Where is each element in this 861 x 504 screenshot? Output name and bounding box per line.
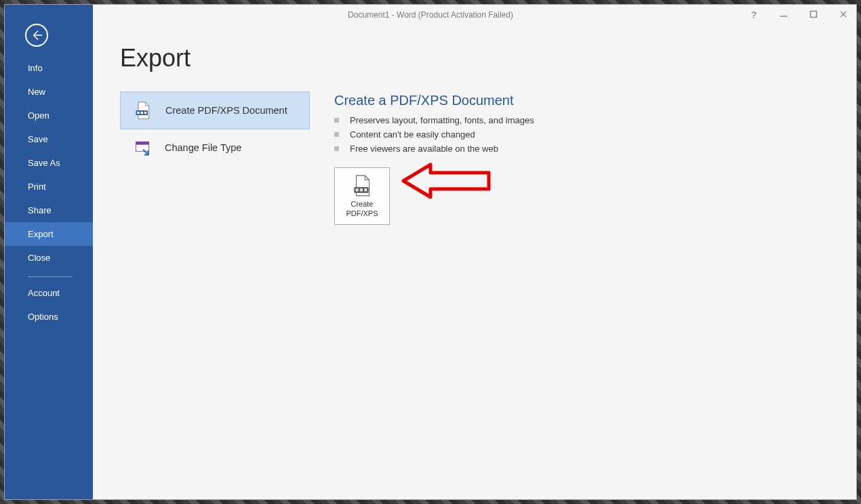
bullet-icon bbox=[334, 132, 339, 137]
back-button[interactable] bbox=[25, 24, 48, 47]
backstage-body: Info New Open Save Save As Print Share E… bbox=[5, 25, 856, 499]
app-window: Document1 - Word (Product Activation Fai… bbox=[4, 4, 857, 500]
bullet-text: Content can't be easily changed bbox=[350, 129, 475, 140]
minimize-button[interactable] bbox=[776, 9, 791, 20]
nav-account[interactable]: Account bbox=[5, 281, 93, 305]
svg-rect-1 bbox=[811, 12, 817, 18]
help-button[interactable]: ? bbox=[746, 9, 761, 20]
nav-close[interactable]: Close bbox=[5, 246, 93, 270]
export-option-change-type[interactable]: Change File Type bbox=[120, 129, 310, 166]
back-arrow-icon bbox=[31, 29, 43, 41]
button-line2: PDF/XPS bbox=[346, 209, 378, 218]
svg-rect-13 bbox=[364, 189, 367, 192]
nav-info[interactable]: Info bbox=[5, 56, 93, 80]
nav-export[interactable]: Export bbox=[5, 222, 93, 246]
title-bar: Document1 - Word (Product Activation Fai… bbox=[5, 5, 856, 25]
pdfxps-icon bbox=[133, 100, 153, 121]
close-button[interactable] bbox=[836, 9, 851, 20]
nav-save-as[interactable]: Save As bbox=[5, 151, 93, 175]
nav-new[interactable]: New bbox=[5, 80, 93, 104]
nav-save[interactable]: Save bbox=[5, 127, 93, 151]
svg-rect-5 bbox=[137, 112, 140, 114]
backstage-sidebar: Info New Open Save Save As Print Share E… bbox=[5, 5, 93, 499]
change-file-type-icon bbox=[132, 138, 153, 158]
svg-rect-6 bbox=[141, 112, 144, 114]
detail-bullet: Free viewers are available on the web bbox=[334, 144, 829, 154]
nav-open[interactable]: Open bbox=[5, 104, 93, 127]
bullet-text: Free viewers are available on the web bbox=[350, 144, 498, 154]
svg-rect-12 bbox=[360, 189, 363, 192]
export-option-pdfxps[interactable]: Create PDF/XPS Document bbox=[120, 91, 310, 129]
nav-print[interactable]: Print bbox=[5, 175, 93, 198]
export-detail-column: Create a PDF/XPS Document Preserves layo… bbox=[334, 44, 829, 225]
page-title: Export bbox=[120, 44, 310, 72]
export-option-label: Change File Type bbox=[165, 142, 241, 153]
pdfxps-large-icon bbox=[351, 174, 374, 197]
svg-rect-11 bbox=[355, 189, 358, 192]
window-title: Document1 - Word (Product Activation Fai… bbox=[5, 10, 856, 20]
nav-divider bbox=[28, 276, 73, 277]
nav-options[interactable]: Options bbox=[5, 305, 93, 329]
bullet-text: Preserves layout, formatting, fonts, and… bbox=[350, 115, 534, 125]
annotation-arrow bbox=[399, 159, 494, 205]
detail-heading: Create a PDF/XPS Document bbox=[334, 93, 829, 108]
button-line1: Create bbox=[346, 200, 378, 209]
maximize-button[interactable] bbox=[806, 9, 821, 20]
bullet-icon bbox=[334, 118, 339, 123]
detail-bullet: Content can't be easily changed bbox=[334, 129, 829, 140]
svg-rect-7 bbox=[144, 112, 147, 114]
main-content: Export Create PDF/XPS Document bbox=[93, 25, 856, 499]
detail-bullet: Preserves layout, formatting, fonts, and… bbox=[334, 115, 829, 125]
svg-rect-9 bbox=[136, 142, 148, 144]
bullet-icon bbox=[334, 146, 339, 151]
window-controls: ? bbox=[746, 9, 856, 20]
nav-share[interactable]: Share bbox=[5, 198, 93, 222]
export-option-label: Create PDF/XPS Document bbox=[165, 105, 287, 116]
export-options-column: Export Create PDF/XPS Document bbox=[120, 44, 310, 166]
create-pdfxps-button[interactable]: Create PDF/XPS bbox=[334, 167, 390, 225]
